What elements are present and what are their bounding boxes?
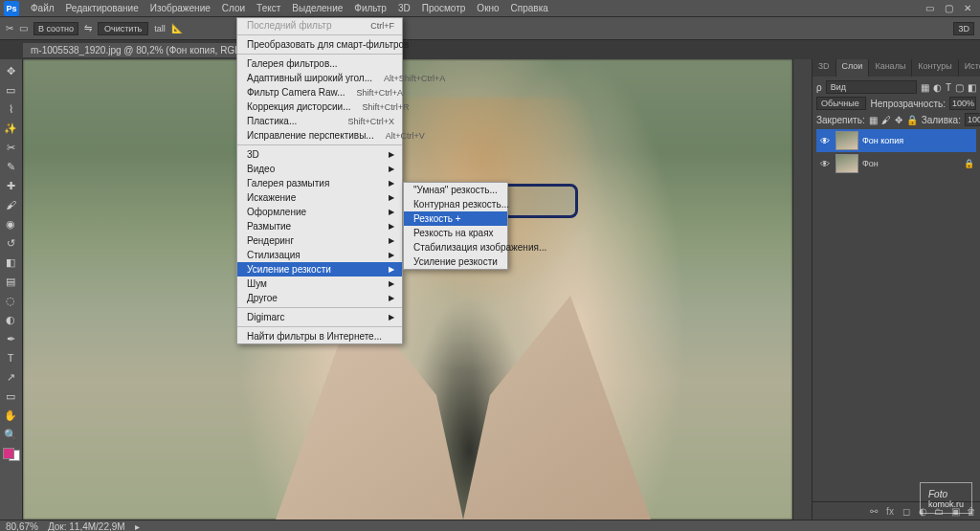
swap-icon[interactable]: ⇋: [84, 23, 92, 33]
hand-tool-icon[interactable]: ✋: [0, 406, 21, 425]
opacity-value[interactable]: 100%: [949, 97, 976, 110]
fx-icon[interactable]: fx: [883, 504, 897, 518]
move-tool-icon[interactable]: ✥: [0, 61, 21, 80]
crop-tool-icon[interactable]: ✂: [6, 23, 13, 33]
menu-редактирование[interactable]: Редактирование: [60, 1, 145, 15]
menu-3d[interactable]: 3D: [392, 1, 416, 15]
panel-tab-история[interactable]: История: [959, 59, 980, 77]
menu-текст[interactable]: Текст: [251, 1, 286, 15]
path-tool-icon[interactable]: ↗: [0, 367, 21, 387]
blend-mode-select[interactable]: Обычные: [816, 97, 866, 110]
eyedropper-tool-icon[interactable]: ✎: [0, 157, 21, 176]
menu-item[interactable]: Галерея размытия▶: [237, 176, 402, 190]
pen-tool-icon[interactable]: ✒: [0, 329, 21, 348]
window-maximize-icon[interactable]: ▢: [940, 2, 957, 15]
menu-item[interactable]: Стилизация▶: [237, 248, 402, 262]
canvas-area[interactable]: [23, 59, 792, 520]
filter-smart-icon[interactable]: ◧: [968, 82, 976, 93]
window-minimize-icon[interactable]: ▭: [921, 2, 938, 15]
kind-select[interactable]: Вид: [826, 80, 917, 94]
clone-tool-icon[interactable]: ◉: [0, 214, 21, 233]
status-arrow-icon[interactable]: ▸: [135, 521, 140, 531]
menu-item[interactable]: Другое▶: [237, 291, 402, 305]
menu-изображение[interactable]: Изображение: [145, 1, 216, 15]
history-brush-tool-icon[interactable]: ↺: [0, 233, 21, 253]
panel-tab-контуры[interactable]: Контуры: [912, 59, 958, 77]
menu-item[interactable]: Пластика...Shift+Ctrl+X: [237, 114, 402, 128]
menu-item[interactable]: Оформление▶: [237, 205, 402, 219]
layer-row[interactable]: 👁Фон копия: [816, 129, 976, 152]
panel-tab-слои[interactable]: Слои: [836, 59, 870, 77]
healing-tool-icon[interactable]: ✚: [0, 176, 21, 195]
menu-digimarc[interactable]: Digimarc▶: [237, 310, 402, 324]
submenu-item[interactable]: "Умная" резкость...: [404, 183, 507, 197]
lock-transparent-icon[interactable]: ▦: [869, 115, 878, 125]
panel-tab-каналы[interactable]: Каналы: [869, 59, 912, 77]
zoom-tool-icon[interactable]: 🔍: [0, 425, 21, 444]
doc-size[interactable]: Док: 11,4M/22,9M: [48, 521, 125, 531]
submenu-item[interactable]: Стабилизация изображения...: [404, 240, 507, 254]
menu-item[interactable]: Адаптивный широкий угол...Alt+Shift+Ctrl…: [237, 71, 402, 85]
eraser-tool-icon[interactable]: ◧: [0, 253, 21, 272]
menu-окно[interactable]: Окно: [471, 1, 504, 15]
link-layers-icon[interactable]: ⚯: [867, 504, 880, 518]
layer-thumbnail[interactable]: [835, 154, 858, 173]
submenu-item[interactable]: Резкость на краях: [404, 226, 507, 240]
menu-слои[interactable]: Слои: [216, 1, 251, 15]
menu-find-filters[interactable]: Найти фильтры в Интернете...: [237, 329, 402, 343]
brush-tool-icon[interactable]: 🖌: [0, 195, 21, 214]
mask-icon[interactable]: ◻: [900, 504, 913, 518]
panel-collapse-strip[interactable]: [792, 59, 812, 520]
document-tab[interactable]: m-1005538_1920.jpg @ 80,2% (Фон копия, R…: [23, 43, 269, 57]
kind-icon[interactable]: ρ: [816, 82, 822, 93]
menu-item[interactable]: Фильтр Camera Raw...Shift+Ctrl+A: [237, 85, 402, 100]
menu-item[interactable]: Исправление перспективы...Alt+Ctrl+V: [237, 128, 402, 143]
submenu-item[interactable]: Усиление резкости: [404, 254, 507, 269]
tall-checkbox-label[interactable]: tall: [154, 24, 166, 33]
visibility-icon[interactable]: 👁: [818, 159, 832, 169]
dodge-tool-icon[interactable]: ◐: [0, 310, 21, 329]
blur-tool-icon[interactable]: ◌: [0, 291, 21, 310]
filter-shape-icon[interactable]: ▢: [955, 82, 964, 93]
menu-convert-smart[interactable]: Преобразовать для смарт-фильтров: [237, 37, 402, 52]
menu-фильтр[interactable]: Фильтр: [348, 1, 392, 15]
color-swatches[interactable]: [3, 448, 20, 461]
crop-tool-icon[interactable]: ✂: [0, 138, 21, 157]
menu-item[interactable]: Видео▶: [237, 162, 402, 176]
menu-выделение[interactable]: Выделение: [286, 1, 348, 15]
menu-item[interactable]: Усиление резкости▶: [237, 262, 402, 277]
menu-файл[interactable]: Файл: [25, 1, 60, 15]
straighten-icon[interactable]: 📐: [171, 23, 183, 33]
fill-value[interactable]: 100%: [965, 113, 980, 126]
menu-item[interactable]: Размытие▶: [237, 219, 402, 233]
menu-item[interactable]: Искажение▶: [237, 190, 402, 205]
layer-thumbnail[interactable]: [835, 131, 858, 150]
clear-button[interactable]: Очистить: [98, 22, 148, 35]
menu-item[interactable]: Рендеринг▶: [237, 233, 402, 248]
crop-preset-icon[interactable]: ▭: [19, 23, 28, 33]
marquee-tool-icon[interactable]: ▭: [0, 80, 21, 100]
visibility-icon[interactable]: 👁: [818, 136, 832, 146]
magic-wand-tool-icon[interactable]: ✨: [0, 119, 21, 138]
menu-item[interactable]: Коррекция дисторсии...Shift+Ctrl+R: [237, 100, 402, 114]
panel-tab-3d[interactable]: 3D: [813, 59, 836, 77]
workspace-select[interactable]: 3D: [953, 22, 974, 35]
filter-adjust-icon[interactable]: ◐: [933, 82, 942, 93]
lasso-tool-icon[interactable]: ⌇: [0, 100, 21, 119]
filter-type-icon[interactable]: T: [946, 82, 951, 93]
filter-pixel-icon[interactable]: ▦: [921, 82, 929, 93]
shape-tool-icon[interactable]: ▭: [0, 387, 21, 406]
submenu-item[interactable]: Контурная резкость...: [404, 197, 507, 211]
lock-all-icon[interactable]: 🔒: [906, 115, 918, 125]
zoom-level[interactable]: 80,67%: [6, 521, 38, 531]
menu-просмотр[interactable]: Просмотр: [416, 1, 472, 15]
scale-mode[interactable]: В соотно: [33, 22, 78, 35]
window-close-icon[interactable]: ✕: [959, 2, 976, 15]
menu-item[interactable]: 3D▶: [237, 147, 402, 162]
lock-position-icon[interactable]: ✥: [895, 115, 902, 125]
type-tool-icon[interactable]: T: [0, 348, 21, 367]
layer-row[interactable]: 👁Фон🔒: [816, 152, 976, 175]
menu-item[interactable]: Шум▶: [237, 277, 402, 291]
submenu-item[interactable]: Резкость +: [404, 211, 507, 226]
gradient-tool-icon[interactable]: ▤: [0, 272, 21, 291]
